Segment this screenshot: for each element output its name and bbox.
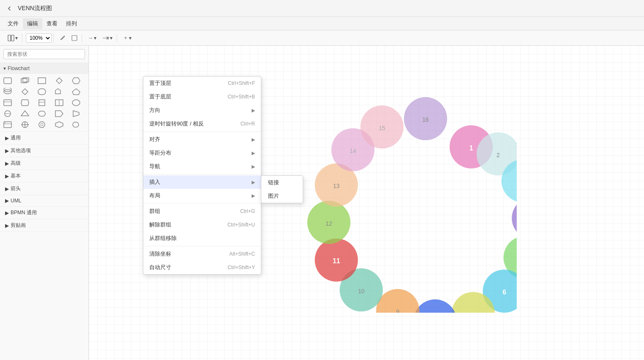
menu-direction[interactable]: 方向 ▶ <box>143 104 261 117</box>
sidebar: ▾ Flowchart <box>0 46 89 360</box>
back-button[interactable] <box>5 4 14 13</box>
menu-label: 清除坐标 <box>149 250 171 258</box>
menu-remove-from-group[interactable]: 从群组移除 <box>143 232 261 245</box>
sidebar-cat-clip[interactable]: ▶ 剪贴画 <box>0 219 88 232</box>
shape-item[interactable] <box>70 98 82 108</box>
sidebar-cat-uml[interactable]: ▶ UML <box>0 195 88 207</box>
toolbar: ▾ 100%50%75%125%150% → ▾ ▾ ＋ ▾ <box>0 30 644 46</box>
sidebar-cat-general[interactable]: ▶ 通用 <box>0 132 88 145</box>
submenu-image[interactable]: 图片 <box>261 189 303 203</box>
search-input[interactable] <box>3 49 85 59</box>
toolbar-add-btn[interactable]: ＋ ▾ <box>121 33 134 43</box>
shape-item[interactable] <box>53 109 65 119</box>
search-box <box>0 46 88 63</box>
cat-expand-icon: ▶ <box>5 135 9 141</box>
shape-item[interactable] <box>36 109 48 119</box>
shape-item[interactable] <box>2 87 14 97</box>
shape-item[interactable] <box>36 120 48 130</box>
menu-auto-size[interactable]: 自动尺寸 Ctrl+Shift+Y <box>143 261 261 274</box>
canvas-area[interactable]: 1 2 3 4 5 6 7 8 9 10 11 12 13 14 15 16 置… <box>89 46 644 360</box>
svg-rect-10 <box>38 89 46 95</box>
shape-item[interactable] <box>19 120 31 130</box>
sidebar-cat-other[interactable]: ▶ 其他选项 <box>0 145 88 157</box>
shape-item[interactable] <box>36 76 48 86</box>
svg-rect-0 <box>8 35 11 41</box>
svg-rect-3 <box>107 37 109 39</box>
shape-item[interactable] <box>53 87 65 97</box>
shape-item[interactable] <box>2 76 14 86</box>
submenu-link[interactable]: 链接 <box>261 176 303 189</box>
menu-label: 插入 <box>149 178 160 186</box>
venn-label-6: 6 <box>502 289 506 296</box>
shape-item[interactable] <box>19 109 31 119</box>
sidebar-cat-bpmn[interactable]: ▶ BPMN 通用 <box>0 207 88 219</box>
shape-item[interactable] <box>2 98 14 108</box>
venn-diagram: 1 2 3 4 5 6 7 8 9 10 11 12 13 14 15 16 <box>305 93 517 313</box>
toolbar-layout-arrow: ▾ <box>15 35 18 41</box>
toolbar-pen-btn[interactable] <box>57 34 68 42</box>
cat-label: 基本 <box>11 172 21 180</box>
menu-shortcut: Ctrl+Shift+U <box>227 222 255 228</box>
menu-navigate[interactable]: 导航 ▶ <box>143 160 261 173</box>
menu-rotate[interactable]: 逆时针旋转90度 / 相反 Ctrl+R <box>143 117 261 131</box>
toolbar-connect-btn[interactable]: ▾ <box>100 34 115 42</box>
toolbar-rect-btn[interactable] <box>69 34 80 42</box>
toolbar-arrow-btn[interactable]: → ▾ <box>85 34 99 42</box>
menu-align[interactable]: 对齐 ▶ <box>143 133 261 146</box>
submenu-arrow: ▶ <box>252 180 255 185</box>
shape-item[interactable] <box>53 120 65 130</box>
cat-expand-icon: ▶ <box>5 223 9 229</box>
shape-grid <box>0 74 88 131</box>
shape-item[interactable] <box>36 87 48 97</box>
svg-point-17 <box>72 100 80 106</box>
menu-bottom-layer[interactable]: 置于底层 Ctrl+Shift+B <box>143 90 261 104</box>
venn-label-11: 11 <box>332 257 340 265</box>
shape-item[interactable] <box>19 98 31 108</box>
svg-rect-1 <box>11 35 14 41</box>
venn-circle-4[interactable] <box>512 196 517 240</box>
menu-bar: 文件 编辑 查看 排列 <box>0 17 644 30</box>
shape-item[interactable] <box>19 76 31 86</box>
shape-item[interactable] <box>19 87 31 97</box>
shape-item[interactable] <box>36 98 48 108</box>
svg-rect-4 <box>4 78 11 84</box>
venn-label-10: 10 <box>358 288 364 295</box>
menu-insert[interactable]: 插入 ▶ 链接 图片 <box>143 175 261 189</box>
menu-layout[interactable]: 布局 ▶ <box>143 189 261 202</box>
zoom-select[interactable]: 100%50%75%125%150% <box>26 33 52 43</box>
flowchart-label: Flowchart <box>8 65 30 71</box>
svg-rect-11 <box>4 100 11 106</box>
cat-expand-icon: ▶ <box>5 173 9 179</box>
sidebar-cat-advanced[interactable]: ▶ 高级 <box>0 157 88 170</box>
shape-item[interactable] <box>70 87 82 97</box>
menu-group[interactable]: 群组 Ctrl+G <box>143 205 261 218</box>
menu-ungroup[interactable]: 解除群组 Ctrl+Shift+U <box>143 218 261 232</box>
sidebar-cat-arrows[interactable]: ▶ 箭头 <box>0 183 88 195</box>
shape-item[interactable] <box>70 76 82 86</box>
menu-top-layer[interactable]: 置于顶层 Ctrl+Shift+F <box>143 76 261 90</box>
menu-view[interactable]: 查看 <box>42 18 62 29</box>
menu-edit[interactable]: 编辑 <box>23 18 42 29</box>
toolbar-zoom-group: 100%50%75%125%150% <box>24 33 54 43</box>
venn-circle-8[interactable] <box>413 300 456 313</box>
shape-item[interactable] <box>2 120 14 130</box>
menu-file[interactable]: 文件 <box>3 18 23 29</box>
toolbar-layout-btn[interactable]: ▾ <box>5 33 20 43</box>
shape-item[interactable] <box>53 76 65 86</box>
flowchart-expand-icon: ▾ <box>3 65 6 71</box>
menu-divider-3 <box>143 203 261 204</box>
shape-item[interactable] <box>70 109 82 119</box>
cat-label: BPMN 通用 <box>11 209 37 216</box>
menu-divider-2 <box>143 174 261 175</box>
shape-item[interactable] <box>70 120 82 130</box>
venn-label-1: 1 <box>469 145 473 152</box>
shape-item[interactable] <box>2 109 14 119</box>
menu-arrange[interactable]: 排列 <box>62 18 81 29</box>
shape-item[interactable] <box>53 98 65 108</box>
sidebar-cat-basic[interactable]: ▶ 基本 <box>0 170 88 183</box>
flowchart-header[interactable]: ▾ Flowchart <box>0 63 88 74</box>
cat-label: 高级 <box>11 160 21 167</box>
svg-point-23 <box>5 123 5 123</box>
menu-distribute[interactable]: 等距分布 ▶ <box>143 146 261 160</box>
menu-clear-coords[interactable]: 清除坐标 Alt+Shift+C <box>143 247 261 261</box>
